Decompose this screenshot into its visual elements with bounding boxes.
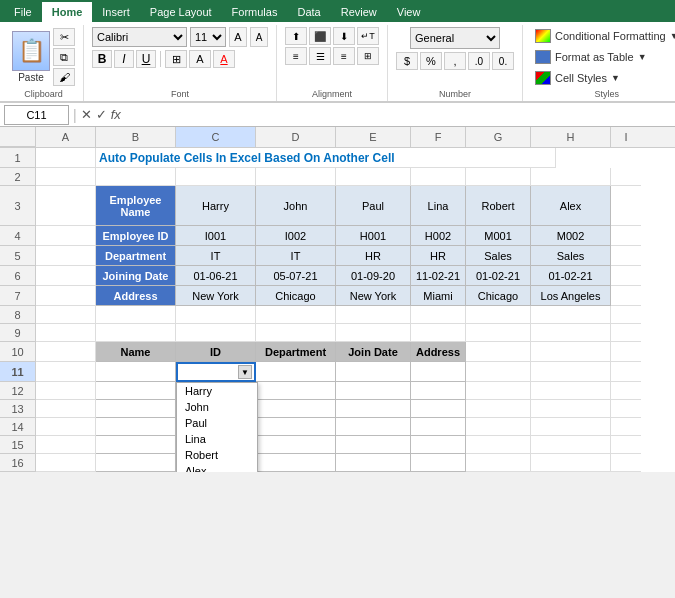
cell-g6[interactable]: 01-02-21 [466, 266, 531, 286]
cell-a4[interactable] [36, 226, 96, 246]
cell-h4[interactable]: M002 [531, 226, 611, 246]
row-header-6[interactable]: 6 [0, 266, 35, 286]
cell-f4[interactable]: H002 [411, 226, 466, 246]
cell-b4-label[interactable]: Employee ID [96, 226, 176, 246]
dropdown-item-robert[interactable]: Robert [177, 447, 257, 463]
paste-button[interactable]: 📋 Paste [12, 31, 50, 83]
col-header-g[interactable]: G [466, 127, 531, 147]
dropdown-item-harry[interactable]: Harry [177, 383, 257, 399]
cancel-icon[interactable]: ✕ [81, 107, 92, 122]
row-header-10[interactable]: 10 [0, 342, 35, 362]
cell-b7-label[interactable]: Address [96, 286, 176, 306]
number-format-select[interactable]: General [410, 27, 500, 49]
row-header-8[interactable]: 8 [0, 306, 35, 324]
col-header-a[interactable]: A [36, 127, 96, 147]
conditional-formatting-button[interactable]: Conditional Formatting ▼ [531, 27, 675, 45]
col-header-d[interactable]: D [256, 127, 336, 147]
dropdown-item-john[interactable]: John [177, 399, 257, 415]
cell-d4[interactable]: I002 [256, 226, 336, 246]
cell-e7[interactable]: New York [336, 286, 411, 306]
align-left-button[interactable]: ≡ [285, 47, 307, 65]
merge-button[interactable]: ⊞ [357, 47, 379, 65]
italic-button[interactable]: I [114, 50, 134, 68]
cell-c7[interactable]: New York [176, 286, 256, 306]
cell-c11-selected[interactable]: ▼ [176, 362, 256, 382]
cell-h7[interactable]: Los Angeles [531, 286, 611, 306]
col-header-f[interactable]: F [411, 127, 466, 147]
row-header-14[interactable]: 14 [0, 418, 35, 436]
row-header-2[interactable]: 2 [0, 168, 35, 186]
row-header-7[interactable]: 7 [0, 286, 35, 306]
bold-button[interactable]: B [92, 50, 112, 68]
name-box[interactable]: C11 [4, 105, 69, 125]
format-painter-button[interactable]: 🖌 [53, 68, 75, 86]
cell-f6[interactable]: 11-02-21 [411, 266, 466, 286]
cell-b11[interactable] [96, 362, 176, 382]
cell-styles-button[interactable]: Cell Styles ▼ [531, 69, 675, 87]
cell-a6[interactable] [36, 266, 96, 286]
dropdown-item-alex[interactable]: Alex [177, 463, 257, 472]
cell-c3[interactable]: Harry [176, 186, 256, 226]
cell-d3[interactable]: John [256, 186, 336, 226]
align-top-button[interactable]: ⬆ [285, 27, 307, 45]
increase-decimal-button[interactable]: .0 [468, 52, 490, 70]
cell-c4[interactable]: I001 [176, 226, 256, 246]
col-header-h[interactable]: H [531, 127, 611, 147]
cell-f10[interactable]: Address [411, 342, 466, 362]
cell-b6-label[interactable]: Joining Date [96, 266, 176, 286]
cell-e10[interactable]: Join Date [336, 342, 411, 362]
tab-formulas[interactable]: Formulas [222, 2, 288, 22]
cell-d7[interactable]: Chicago [256, 286, 336, 306]
cell-d5[interactable]: IT [256, 246, 336, 266]
align-middle-button[interactable]: ⬛ [309, 27, 331, 45]
percent-button[interactable]: % [420, 52, 442, 70]
cell-f11[interactable] [411, 362, 466, 382]
row-header-4[interactable]: 4 [0, 226, 35, 246]
font-color-button[interactable]: A [213, 50, 235, 68]
cell-h3[interactable]: Alex [531, 186, 611, 226]
row-header-12[interactable]: 12 [0, 382, 35, 400]
cell-f7[interactable]: Miami [411, 286, 466, 306]
dropdown-item-lina[interactable]: Lina [177, 431, 257, 447]
tab-home[interactable]: Home [42, 2, 93, 22]
dropdown-item-paul[interactable]: Paul [177, 415, 257, 431]
cell-b1[interactable]: Auto Populate Cells In Excel Based On An… [96, 148, 556, 168]
border-button[interactable]: ⊞ [165, 50, 187, 68]
row-header-1[interactable]: 1 [0, 148, 35, 168]
cell-e5[interactable]: HR [336, 246, 411, 266]
cell-a7[interactable] [36, 286, 96, 306]
tab-file[interactable]: File [4, 2, 42, 22]
row-header-5[interactable]: 5 [0, 246, 35, 266]
increase-font-button[interactable]: A [229, 27, 247, 47]
cell-d11[interactable] [256, 362, 336, 382]
cut-button[interactable]: ✂ [53, 28, 75, 46]
cell-g3[interactable]: Robert [466, 186, 531, 226]
cell-c10[interactable]: ID [176, 342, 256, 362]
cell-e3[interactable]: Paul [336, 186, 411, 226]
cell-h5[interactable]: Sales [531, 246, 611, 266]
decrease-font-button[interactable]: A [250, 27, 268, 47]
wrap-text-button[interactable]: ↵T [357, 27, 379, 45]
cell-e6[interactable]: 01-09-20 [336, 266, 411, 286]
tab-insert[interactable]: Insert [92, 2, 140, 22]
comma-button[interactable]: , [444, 52, 466, 70]
cell-g4[interactable]: M001 [466, 226, 531, 246]
formula-input[interactable] [125, 105, 671, 125]
col-header-i[interactable]: I [611, 127, 641, 147]
tab-page-layout[interactable]: Page Layout [140, 2, 222, 22]
cell-f3[interactable]: Lina [411, 186, 466, 226]
tab-view[interactable]: View [387, 2, 431, 22]
cell-b5-label[interactable]: Department [96, 246, 176, 266]
cell-b10[interactable]: Name [96, 342, 176, 362]
underline-button[interactable]: U [136, 50, 156, 68]
row-header-11[interactable]: 11 [0, 362, 35, 382]
cell-e11[interactable] [336, 362, 411, 382]
decrease-decimal-button[interactable]: 0. [492, 52, 514, 70]
dropdown-arrow-icon[interactable]: ▼ [238, 365, 252, 379]
align-bottom-button[interactable]: ⬇ [333, 27, 355, 45]
cell-d6[interactable]: 05-07-21 [256, 266, 336, 286]
font-size-select[interactable]: 11 [190, 27, 226, 47]
cell-e4[interactable]: H001 [336, 226, 411, 246]
col-header-b[interactable]: B [96, 127, 176, 147]
function-icon[interactable]: fx [111, 107, 121, 122]
